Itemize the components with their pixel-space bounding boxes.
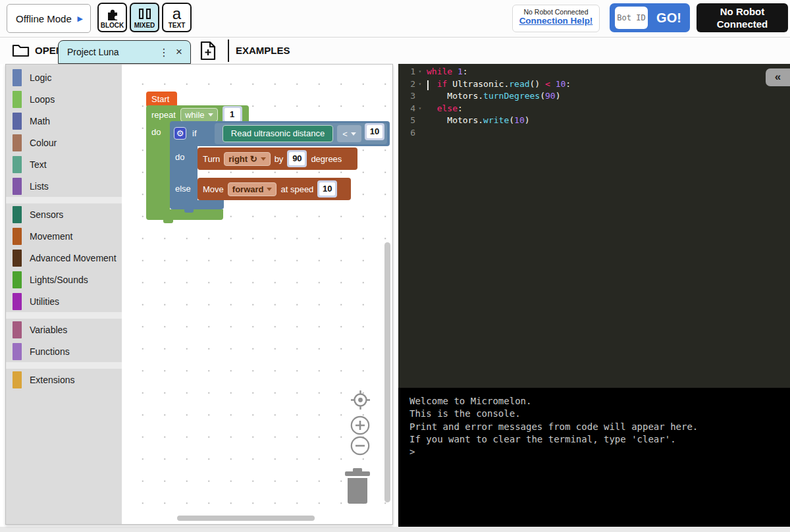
toolbox-category-variables[interactable]: Variables [6, 319, 122, 340]
canvas-vertical-scrollbar[interactable] [384, 242, 390, 502]
bot-id-input[interactable] [615, 7, 648, 29]
block-mode-button[interactable]: BLOCK [97, 3, 127, 32]
category-label: Utilities [30, 296, 59, 307]
canvas-horizontal-scrollbar[interactable] [177, 516, 315, 521]
comparison-value-input[interactable]: 10 [365, 123, 384, 140]
repeat-do-label: do [151, 127, 161, 137]
category-color-chip [13, 134, 22, 151]
toolbox-category-extensions[interactable]: Extensions [6, 369, 122, 390]
project-tab[interactable]: Project Luna ⋮ × [58, 40, 191, 64]
move-block[interactable]: Move forward at speed 10 [198, 178, 351, 200]
category-color-chip [13, 113, 22, 130]
category-color-chip [13, 206, 22, 223]
mutator-gear-icon[interactable]: ⚙ [174, 127, 186, 140]
category-label: Extensions [30, 375, 74, 385]
line-number: 3 [398, 90, 415, 103]
line-number: 2 [398, 78, 415, 91]
block-canvas[interactable]: Start repeat while 1 do ⚙ if Read ultras… [122, 65, 392, 524]
comparison-operator-dropdown[interactable]: < [337, 125, 361, 142]
if-block-bottom[interactable] [170, 200, 224, 209]
fold-spacer [415, 127, 425, 140]
console-line: If you want to clear the terminal, type … [409, 433, 790, 446]
dropdown-caret-icon [267, 188, 272, 191]
toolbox-category-lights-sounds[interactable]: Lights/Sounds [6, 269, 122, 290]
toolbox-category-colour[interactable]: Colour [6, 132, 122, 153]
toolbox-category-sensors[interactable]: Sensors [6, 203, 122, 225]
category-color-chip [13, 156, 22, 173]
toolbox-category-text[interactable]: Text [6, 153, 122, 175]
toolbox-category-advanced-movement[interactable]: Advanced Movement [6, 247, 122, 269]
top-toolbar: Offline Mode ▶ BLOCK MIXED a TEXT No Rob… [0, 0, 790, 38]
connection-status-text: No Robot Connected [513, 8, 599, 16]
comparison-block[interactable]: Read ultrasonic distance < 10 [215, 123, 387, 144]
dropdown-caret-icon [208, 113, 213, 117]
turn-block[interactable]: Turn right ↻ by 90 degrees [198, 147, 357, 170]
connection-mode-dropdown[interactable]: Offline Mode ▶ [7, 4, 91, 33]
zoom-out-button[interactable] [350, 436, 370, 456]
ultrasonic-sensor-block[interactable]: Read ultrasonic distance [223, 125, 333, 142]
connection-mode-label: Offline Mode [16, 13, 78, 24]
toolbox-group-divider [6, 362, 122, 369]
console-panel[interactable]: Welcome to Micromelon.This is the consol… [398, 388, 790, 527]
move-speed-input[interactable]: 10 [317, 180, 337, 198]
category-label: Math [30, 116, 50, 126]
zoom-in-button[interactable] [350, 415, 370, 435]
category-color-chip [13, 271, 22, 288]
mixed-mode-label: MIXED [134, 22, 155, 29]
code-text: if Ultrasonic.read() < 10: [425, 78, 571, 91]
fold-spacer [415, 115, 425, 127]
code-line: 5 Motors.write(10) [398, 115, 790, 127]
trash-button[interactable] [344, 468, 371, 504]
examples-button[interactable]: EXAMPLES [236, 38, 290, 64]
go-button[interactable]: GO! [648, 11, 690, 26]
repeat-mode-dropdown[interactable]: while [180, 108, 218, 122]
turn-label: Turn [203, 154, 220, 164]
connection-help-link[interactable]: Connection Help! [513, 16, 599, 26]
if-block[interactable]: ⚙ if Read ultrasonic distance < 10 [170, 121, 390, 146]
split-columns-icon [139, 7, 151, 21]
category-color-chip [13, 91, 22, 108]
fold-spacer [415, 90, 425, 103]
collapse-panel-button[interactable]: « [766, 68, 790, 86]
category-color-chip [13, 321, 22, 338]
toolbox-category-movement[interactable]: Movement [6, 225, 122, 247]
zoom-reset-button[interactable] [350, 390, 371, 410]
new-file-button[interactable] [199, 41, 217, 61]
turn-direction-dropdown[interactable]: right ↻ [224, 152, 270, 166]
move-speed-label: at speed [280, 184, 313, 194]
tab-close-icon[interactable]: × [174, 45, 184, 59]
category-color-chip [13, 69, 22, 86]
text-a-icon: a [172, 7, 181, 21]
turn-degrees-input[interactable]: 90 [287, 150, 307, 167]
console-line: Print and error messages from code will … [409, 421, 790, 433]
text-mode-button[interactable]: a TEXT [162, 3, 192, 32]
toolbox-category-math[interactable]: Math [6, 110, 122, 132]
toolbox-category-functions[interactable]: Functions [6, 340, 122, 362]
fold-caret-icon[interactable]: ▾ [415, 78, 425, 91]
open-button[interactable]: OPEN [12, 43, 63, 57]
category-label: Text [30, 159, 47, 170]
toolbox-category-utilities[interactable]: Utilities [6, 290, 122, 312]
category-color-chip [13, 371, 22, 388]
trash-icon [344, 468, 371, 504]
fold-caret-icon[interactable]: ▾ [415, 103, 425, 115]
text-mode-label: TEXT [169, 22, 186, 29]
category-label: Variables [30, 325, 67, 335]
mixed-mode-button[interactable]: MIXED [130, 3, 159, 32]
toolbox-category-loops[interactable]: Loops [6, 88, 122, 110]
category-label: Logic [30, 72, 51, 83]
fold-caret-icon[interactable]: ▾ [415, 66, 425, 78]
move-label: Move [203, 184, 224, 194]
console-prompt: > [409, 446, 790, 458]
code-editor[interactable]: 1▾while 1:2▾ if Ultrasonic.read() < 10:3… [398, 64, 790, 388]
category-color-chip [13, 178, 22, 195]
category-label: Lists [30, 181, 49, 192]
robot-status-line2: Connected [697, 18, 788, 30]
toolbox-category-logic[interactable]: Logic [6, 66, 122, 88]
toolbox-category-lists[interactable]: Lists [6, 175, 122, 197]
tab-menu-icon[interactable]: ⋮ [153, 46, 174, 59]
code-line: 6 [398, 127, 790, 140]
move-direction-dropdown[interactable]: forward [228, 182, 277, 196]
category-color-chip [13, 343, 22, 360]
turn-degrees-label: degrees [311, 154, 342, 164]
